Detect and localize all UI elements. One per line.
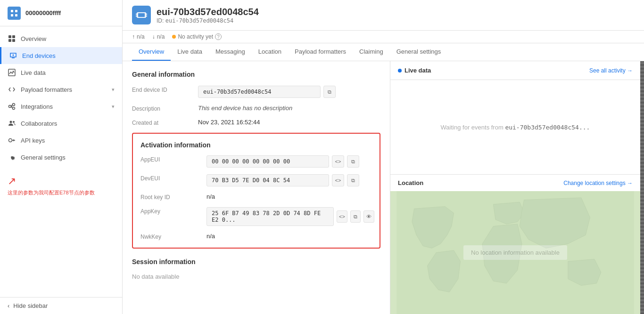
sidebar-item-payload-formatters[interactable]: Payload formatters ▾ — [0, 81, 122, 98]
sidebar-item-integrations[interactable]: Integrations ▾ — [0, 98, 122, 115]
svg-rect-0 — [11, 10, 13, 12]
waiting-device: eui-70b3d57ed0048c54... — [505, 124, 590, 131]
tab-payload-formatters[interactable]: Payload formatters — [288, 43, 353, 61]
svg-rect-18 — [136, 14, 137, 15]
sidebar-item-live-data[interactable]: Live data — [0, 64, 122, 81]
svg-point-14 — [13, 121, 15, 123]
overview-icon — [8, 34, 16, 43]
main-content: eui-70b3d57ed0048c54 ID: eui-70b3d57ed00… — [123, 0, 644, 314]
sidebar-item-collaborators[interactable]: Collaborators — [0, 115, 122, 132]
downlink-arrow: ↓ — [152, 33, 155, 40]
integrations-icon — [8, 102, 16, 111]
id-value: eui-70b3d57ed0048c54 — [165, 17, 234, 24]
copy-button[interactable]: ⧉ — [347, 174, 359, 186]
visibility-toggle-button[interactable]: 👁 — [363, 210, 374, 223]
code-toggle-button[interactable]: <> — [332, 174, 344, 186]
collaborators-icon — [8, 119, 16, 128]
sidebar-item-general-settings[interactable]: General settings — [0, 149, 122, 166]
sidebar-item-overview[interactable]: Overview — [0, 30, 122, 47]
field-label: End device ID — [132, 86, 198, 93]
device-chip-icon — [136, 11, 147, 19]
device-title: eui-70b3d57ed0048c54 — [157, 7, 259, 17]
svg-rect-2 — [11, 14, 13, 16]
session-title: Session information — [132, 258, 380, 266]
svg-rect-17 — [138, 13, 145, 17]
world-map-svg — [390, 191, 640, 314]
nwkkey-value: n/a — [206, 233, 372, 240]
payload-icon — [8, 85, 16, 94]
field-box: eui-70b3d57ed0048c54 ⧉ — [198, 86, 380, 98]
sidebar-item-api-keys[interactable]: API keys — [0, 132, 122, 149]
device-title-block: eui-70b3d57ed0048c54 ID: eui-70b3d57ed00… — [157, 7, 259, 24]
tab-location[interactable]: Location — [252, 43, 288, 61]
chevron-down-icon: ▾ — [112, 104, 115, 110]
svg-rect-19 — [136, 16, 137, 16]
svg-point-8 — [13, 55, 14, 56]
root-key-id-row: Root key ID n/a — [140, 193, 372, 201]
svg-rect-6 — [8, 39, 11, 42]
sidebar-item-label: Live data — [21, 69, 46, 76]
code-toggle-button[interactable]: <> — [337, 210, 347, 223]
activity-status: No activity yet ? — [172, 33, 222, 40]
field-value: 00 00 00 00 00 00 00 00 <> ⧉ — [206, 155, 372, 168]
logo-icon — [10, 9, 18, 17]
field-label: NwkKey — [140, 233, 206, 240]
chevron-left-icon: ‹ — [8, 302, 9, 309]
sidebar-nav: Overview End devices Live data Payload f… — [0, 26, 122, 297]
description-value: This end device has no description — [198, 105, 380, 112]
tab-overview[interactable]: Overview — [132, 43, 171, 61]
copy-button[interactable]: ⧉ — [350, 210, 361, 223]
description-row: Description This end device has no descr… — [132, 105, 380, 112]
device-id: ID: eui-70b3d57ed0048c54 — [157, 17, 259, 24]
live-dot — [398, 69, 402, 72]
general-info-title: General information — [132, 71, 380, 78]
field-label: DevEUI — [140, 174, 206, 182]
scrollbar-track — [640, 61, 644, 314]
uplink-arrow: ↑ — [132, 33, 135, 40]
appkey-row: AppKey 25 6F B7 49 83 78 2D 0D 74 8D FE … — [140, 207, 372, 226]
sidebar-item-end-devices[interactable]: End devices — [0, 47, 122, 64]
tab-bar: Overview Live data Messaging Location Pa… — [123, 43, 644, 61]
live-data-header: Live data See all activity → — [390, 61, 640, 80]
field-box: 00 00 00 00 00 00 00 00 <> ⧉ — [206, 155, 372, 168]
hide-sidebar-button[interactable]: ‹ Hide sidebar — [0, 297, 122, 314]
svg-rect-20 — [146, 14, 147, 15]
info-icon[interactable]: ? — [215, 33, 222, 40]
field-label: AppEUI — [140, 155, 206, 163]
tab-messaging[interactable]: Messaging — [209, 43, 252, 61]
end-device-id-row: End device ID eui-70b3d57ed0048c54 ⧉ — [132, 86, 380, 98]
root-key-id-value: n/a — [206, 193, 372, 200]
appeui-input: 00 00 00 00 00 00 00 00 — [206, 155, 329, 168]
change-location-settings-link[interactable]: Change location settings → — [563, 180, 633, 186]
field-value: 25 6F B7 49 83 78 2D 0D 74 8D FE E2 0...… — [206, 207, 374, 226]
map-area: No location information available — [390, 191, 640, 314]
see-all-activity-link[interactable]: See all activity → — [589, 67, 633, 74]
session-no-data: No data available — [132, 273, 380, 280]
annotation-area: ↗ 这里的参数为我司配置E78节点的参数 — [0, 175, 122, 200]
live-data-body: Waiting for events from eui-70b3d57ed004… — [390, 80, 640, 174]
field-value: eui-70b3d57ed0048c54 ⧉ — [198, 86, 380, 98]
end-devices-icon — [9, 51, 17, 60]
activity-label: No activity yet — [178, 33, 213, 40]
field-box: 25 6F B7 49 83 78 2D 0D 74 8D FE E2 0...… — [206, 207, 374, 226]
sidebar-item-label: Payload formatters — [21, 86, 72, 93]
scrollbar[interactable] — [640, 61, 644, 314]
code-toggle-button[interactable]: <> — [332, 155, 344, 168]
activation-box: Activation information AppEUI 00 00 00 0… — [132, 133, 380, 249]
app-logo — [8, 7, 21, 20]
api-keys-icon — [8, 136, 16, 145]
tab-claiming[interactable]: Claiming — [353, 43, 390, 61]
appkey-input: 25 6F B7 49 83 78 2D 0D 74 8D FE E2 0... — [206, 207, 334, 226]
copy-button[interactable]: ⧉ — [347, 155, 359, 168]
annotation-text: 这里的参数为我司配置E78节点的参数 — [0, 187, 122, 200]
tab-general-settings[interactable]: General settings — [390, 43, 448, 61]
field-label: AppKey — [140, 207, 206, 215]
field-label: Description — [132, 105, 198, 112]
svg-rect-5 — [12, 35, 15, 38]
tab-live-data[interactable]: Live data — [171, 43, 209, 61]
svg-point-11 — [13, 104, 15, 106]
hide-sidebar-label: Hide sidebar — [13, 302, 48, 309]
copy-button[interactable]: ⧉ — [323, 86, 336, 98]
live-data-icon — [8, 68, 16, 77]
sidebar-header: 00000000ffff — [0, 0, 122, 26]
